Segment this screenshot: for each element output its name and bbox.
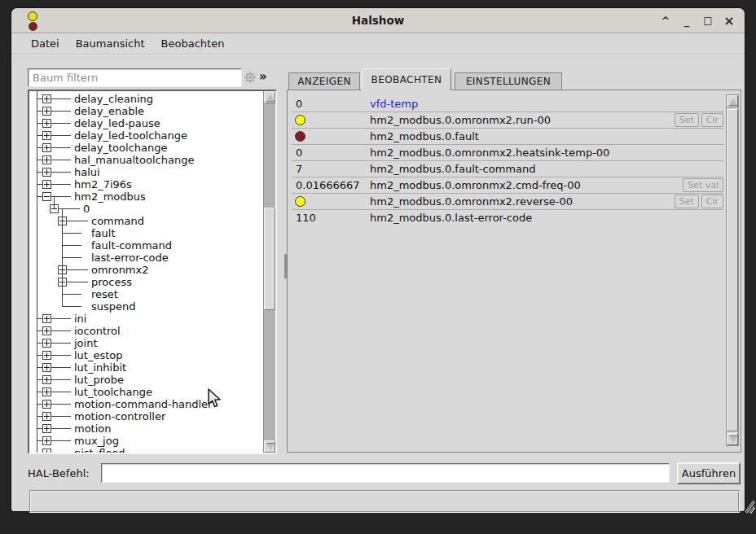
expand-icon[interactable] — [42, 436, 51, 445]
tree-item-label[interactable]: delay_led-toolchange — [74, 129, 187, 142]
expand-icon[interactable] — [42, 424, 51, 433]
tree-item-label[interactable]: delay_toolchange — [74, 142, 167, 154]
tree-item-label[interactable]: lut_inhibit — [74, 361, 126, 374]
tree-item-label[interactable]: delay_led-pause — [74, 117, 160, 129]
expand-icon[interactable] — [42, 94, 51, 103]
menu-beobachten[interactable]: Beobachten — [155, 35, 231, 52]
clr-button[interactable]: Clr — [701, 113, 723, 127]
tree-item-label[interactable]: lut_probe — [74, 374, 124, 386]
collapse-icon[interactable] — [42, 192, 51, 201]
tree-item-hal_manualtoolchange[interactable]: hal_manualtoolchange — [29, 154, 263, 166]
expand-icon[interactable] — [42, 131, 51, 140]
execute-button[interactable]: Ausführen — [677, 462, 741, 484]
hal-tree[interactable]: delay_cleaningdelay_enabledelay_led-paus… — [29, 91, 263, 453]
tree-item-label[interactable]: hm2_7i96s — [74, 178, 132, 190]
tree-item-label[interactable]: lut_estop — [74, 349, 123, 361]
tree-item-suspend[interactable]: suspend — [29, 300, 263, 313]
tree-item-motion[interactable]: motion — [29, 422, 263, 435]
tree-item-iocontrol[interactable]: iocontrol — [29, 325, 263, 337]
filter-expand-chevron-icon[interactable]: » — [259, 69, 267, 84]
tree-item-omronmx2[interactable]: omronmx2 — [29, 264, 263, 276]
tree-item-process[interactable]: process — [29, 276, 263, 288]
set-val-button[interactable]: Set val — [683, 178, 723, 192]
tab-einstellungen[interactable]: EINSTELLUNGEN — [455, 72, 562, 90]
watch-pin-name[interactable]: hm2_modbus.0.omronmx2.run-00 — [370, 114, 551, 126]
expand-icon[interactable] — [42, 339, 51, 348]
tree-item-delay_cleaning[interactable]: delay_cleaning — [29, 93, 263, 105]
tree-item-label[interactable]: 0 — [83, 203, 90, 215]
close-button[interactable]: × — [723, 13, 735, 28]
expand-icon[interactable] — [42, 155, 51, 164]
tree-item-lut_toolchange[interactable]: lut_toolchange — [29, 386, 263, 398]
tree-item-halui[interactable]: halui — [29, 166, 263, 178]
menu-datei[interactable]: Datei — [24, 35, 66, 52]
expand-icon[interactable] — [42, 375, 51, 384]
tab-anzeigen[interactable]: ANZEIGEN — [288, 72, 360, 90]
tree-item-label[interactable]: motion-command-handler — [74, 398, 212, 410]
tree-scrollbar-thumb[interactable] — [264, 208, 275, 310]
watch-pin-name[interactable]: hm2_modbus.0.fault — [370, 130, 479, 142]
expand-icon[interactable] — [42, 314, 51, 323]
tree-item-delay_toolchange[interactable]: delay_toolchange — [29, 142, 263, 154]
expand-icon[interactable] — [42, 449, 51, 453]
tree-scroll-down-icon[interactable] — [264, 440, 275, 453]
watch-pin-name[interactable]: hm2_modbus.0.omronmx2.heatsink-temp-00 — [370, 147, 609, 159]
tree-item-label[interactable]: last-error-code — [91, 252, 169, 264]
expand-icon[interactable] — [42, 180, 51, 189]
gear-icon[interactable] — [244, 71, 257, 84]
hal-command-input[interactable] — [101, 463, 670, 483]
tree-item-fault-command[interactable]: fault-command — [29, 239, 263, 252]
tree-item-delay_enable[interactable]: delay_enable — [29, 105, 263, 117]
tree-item-fault[interactable]: fault — [29, 227, 263, 239]
expand-icon[interactable] — [42, 387, 51, 396]
tree-filter-input[interactable] — [28, 68, 242, 87]
shade-button[interactable]: ^ — [660, 15, 671, 27]
tree-scroll-up-icon[interactable] — [264, 91, 275, 103]
tree-item-label[interactable]: fault — [91, 227, 116, 239]
tree-item-0[interactable]: 0 — [29, 203, 263, 215]
expand-icon[interactable] — [42, 107, 51, 116]
set-button[interactable]: Set — [675, 195, 699, 208]
watch-scroll-up-icon[interactable] — [727, 95, 738, 107]
watch-scrollbar[interactable] — [726, 94, 739, 446]
tree-item-label[interactable]: delay_enable — [74, 105, 144, 117]
tree-item-hm2_7i96s[interactable]: hm2_7i96s — [29, 178, 263, 190]
tree-item-delay_led-toolchange[interactable]: delay_led-toolchange — [29, 129, 263, 142]
expand-icon[interactable] — [42, 412, 51, 421]
watch-pin-name[interactable]: hm2_modbus.0.omronmx2.cmd-freq-00 — [370, 179, 581, 191]
tree-item-label[interactable]: nist_flood — [74, 447, 125, 453]
set-button[interactable]: Set — [675, 113, 699, 127]
tree-item-nist_flood[interactable]: nist_flood — [29, 447, 263, 453]
tree-item-label[interactable]: delay_cleaning — [74, 93, 153, 105]
watch-pin-name[interactable]: hm2_modbus.0.last-error-code — [370, 212, 532, 224]
watch-scroll-down-icon[interactable] — [727, 433, 738, 445]
watch-pin-name[interactable]: hm2_modbus.0.omronmx2.reverse-00 — [370, 195, 573, 208]
tree-item-label[interactable]: motion-controller — [74, 410, 165, 422]
tree-item-joint[interactable]: joint — [29, 337, 263, 349]
tree-item-reset[interactable]: reset — [29, 288, 263, 300]
tree-item-command[interactable]: command — [29, 215, 263, 227]
tree-item-label[interactable]: lut_toolchange — [74, 386, 152, 398]
tree-item-lut_estop[interactable]: lut_estop — [29, 349, 263, 361]
tree-item-label[interactable]: hal_manualtoolchange — [74, 154, 194, 166]
tree-item-label[interactable]: reset — [91, 288, 118, 300]
title-bar[interactable]: Halshow ^ _ □ × — [11, 8, 745, 33]
tree-item-lut_probe[interactable]: lut_probe — [29, 374, 263, 386]
expand-icon[interactable] — [42, 351, 51, 360]
menu-baumansicht[interactable]: Baumansicht — [69, 35, 152, 52]
tree-item-label[interactable]: fault-command — [91, 239, 172, 252]
clr-button[interactable]: Clr — [701, 195, 723, 208]
tree-item-label[interactable]: joint — [74, 337, 98, 349]
tree-item-label[interactable]: iocontrol — [74, 325, 121, 337]
tree-scrollbar[interactable] — [263, 91, 275, 453]
expand-icon[interactable] — [42, 400, 51, 409]
minimize-button[interactable]: _ — [681, 15, 692, 27]
watch-scrollbar-thumb[interactable] — [727, 109, 738, 431]
tree-item-label[interactable]: command — [91, 215, 144, 227]
tree-item-lut_inhibit[interactable]: lut_inhibit — [29, 361, 263, 374]
tree-item-label[interactable]: mux_jog — [74, 435, 119, 447]
tree-item-label[interactable]: suspend — [91, 300, 136, 313]
expand-icon[interactable] — [42, 363, 51, 372]
resize-grip[interactable] — [742, 499, 755, 517]
expand-icon[interactable] — [42, 168, 51, 177]
